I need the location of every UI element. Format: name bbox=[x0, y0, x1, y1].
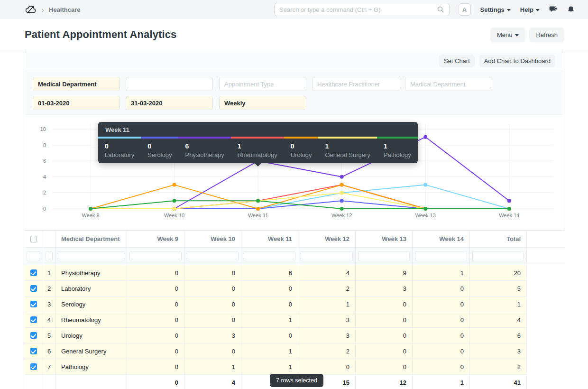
data-point[interactable] bbox=[507, 199, 511, 203]
filter-section: Medical Department Appointment Type Heal… bbox=[24, 71, 564, 115]
help-menu[interactable]: Help bbox=[520, 6, 540, 13]
totals-label-cell bbox=[55, 375, 127, 389]
from-date-filter[interactable]: 01-03-2020 bbox=[33, 96, 120, 110]
column-filter-input[interactable] bbox=[58, 251, 124, 261]
chat-icon[interactable] bbox=[549, 6, 558, 13]
column-header-week[interactable]: Week 9 bbox=[127, 231, 184, 248]
row-checkbox[interactable] bbox=[30, 332, 37, 339]
data-point[interactable] bbox=[173, 199, 176, 203]
search-input[interactable] bbox=[279, 6, 437, 13]
data-point[interactable] bbox=[423, 183, 427, 187]
department-cell[interactable]: Physiotherapy bbox=[55, 265, 127, 281]
column-header-week[interactable]: Week 10 bbox=[184, 231, 241, 248]
data-point[interactable] bbox=[340, 191, 344, 194]
data-point[interactable] bbox=[340, 183, 344, 187]
data-point[interactable] bbox=[173, 183, 176, 187]
row-checkbox[interactable] bbox=[30, 316, 37, 323]
y-axis-tick: 10 bbox=[40, 126, 46, 132]
value-cell: 3 bbox=[298, 328, 356, 343]
app-logo-icon[interactable] bbox=[25, 3, 37, 16]
column-filter-input[interactable] bbox=[301, 251, 353, 261]
column-filter-input[interactable] bbox=[244, 251, 295, 261]
data-point[interactable] bbox=[507, 207, 511, 211]
column-header-week[interactable]: Week 11 bbox=[241, 231, 298, 248]
data-point[interactable] bbox=[340, 207, 344, 211]
row-index: 4 bbox=[43, 312, 55, 328]
column-filter-input[interactable] bbox=[129, 251, 182, 261]
range-filter[interactable]: Weekly bbox=[219, 96, 306, 110]
to-date-filter[interactable]: 31-03-2020 bbox=[126, 96, 213, 110]
total-cell: 1 bbox=[470, 296, 527, 312]
y-axis-tick: 6 bbox=[43, 158, 46, 164]
value-cell: 0 bbox=[413, 312, 470, 328]
row-checkbox[interactable] bbox=[30, 348, 37, 354]
department-cell[interactable]: Rheumatology bbox=[55, 312, 127, 328]
page-title: Patient Appointment Analytics bbox=[25, 28, 176, 41]
column-header-week[interactable]: Week 12 bbox=[298, 231, 356, 248]
healthcare-practitioner-filter[interactable]: Healthcare Practitioner bbox=[312, 77, 399, 91]
data-point[interactable] bbox=[340, 199, 344, 203]
total-cell: 5 bbox=[470, 281, 527, 296]
row-checkbox[interactable] bbox=[30, 301, 37, 307]
data-point[interactable] bbox=[423, 207, 427, 211]
row-checkbox[interactable] bbox=[30, 269, 37, 276]
column-filter-input[interactable] bbox=[472, 251, 524, 261]
department-cell[interactable]: Laboratory bbox=[55, 281, 127, 296]
data-point[interactable] bbox=[173, 207, 176, 211]
column-filter-input[interactable] bbox=[46, 251, 53, 261]
menu-button[interactable]: Menu bbox=[490, 28, 526, 42]
series-line bbox=[91, 201, 509, 209]
data-point[interactable] bbox=[256, 199, 260, 203]
appointment-type-filter[interactable]: Appointment Type bbox=[219, 77, 306, 91]
data-point[interactable] bbox=[256, 207, 260, 211]
refresh-button[interactable]: Refresh bbox=[529, 28, 564, 42]
y-axis-tick: 2 bbox=[43, 190, 46, 195]
column-header-department[interactable]: Medical Department bbox=[55, 231, 127, 248]
value-cell: 1 bbox=[241, 359, 298, 375]
medical-department-filter[interactable]: Medical Department bbox=[405, 77, 492, 91]
tooltip-label: Serology bbox=[147, 151, 172, 158]
select-all-cell bbox=[24, 231, 43, 248]
column-filter-input[interactable] bbox=[415, 251, 467, 261]
column-header-week[interactable]: Week 13 bbox=[356, 231, 413, 248]
value-cell: 0 bbox=[356, 359, 413, 375]
department-cell[interactable]: Pathology bbox=[55, 359, 127, 375]
column-header-week[interactable]: Week 14 bbox=[413, 231, 470, 248]
select-all-checkbox[interactable] bbox=[30, 236, 37, 242]
department-cell[interactable]: Urology bbox=[55, 328, 127, 343]
value-cell: 1 bbox=[184, 359, 241, 375]
value-cell: 0 bbox=[127, 312, 184, 328]
row-checkbox[interactable] bbox=[30, 363, 37, 370]
column-filter-input[interactable] bbox=[187, 251, 239, 261]
value-cell: 0 bbox=[241, 296, 298, 312]
breadcrumb[interactable]: Healthcare bbox=[49, 6, 80, 13]
column-filter-input[interactable] bbox=[358, 251, 410, 261]
value-cell: 0 bbox=[127, 343, 184, 359]
avatar[interactable]: A bbox=[459, 3, 471, 16]
set-chart-button[interactable]: Set Chart bbox=[439, 55, 475, 67]
totals-value-cell: 12 bbox=[356, 375, 413, 389]
value-cell: 0 bbox=[356, 328, 413, 343]
value-cell: 0 bbox=[298, 359, 356, 375]
value-cell: 0 bbox=[184, 265, 241, 281]
settings-menu[interactable]: Settings bbox=[480, 6, 511, 13]
value-cell: 0 bbox=[127, 359, 184, 375]
column-filter-input[interactable] bbox=[27, 251, 40, 261]
add-chart-to-dashboard-button[interactable]: Add Chart to Dashboard bbox=[479, 55, 555, 67]
department-cell[interactable]: General Surgery bbox=[55, 343, 127, 359]
report-card: Set Chart Add Chart to Dashboard Medical… bbox=[24, 51, 564, 389]
department-cell[interactable]: Serology bbox=[55, 296, 127, 312]
row-select-cell bbox=[24, 265, 43, 281]
data-point[interactable] bbox=[340, 175, 344, 179]
tooltip-label: General Surgery bbox=[325, 151, 370, 158]
empty-filter[interactable] bbox=[126, 77, 213, 91]
notifications-bell-icon[interactable] bbox=[567, 6, 575, 14]
tree-type-filter[interactable]: Medical Department bbox=[33, 77, 120, 91]
column-header-total[interactable]: Total bbox=[470, 231, 527, 248]
tooltip-pointer bbox=[255, 163, 261, 167]
filter-cell bbox=[43, 248, 55, 265]
data-point[interactable] bbox=[423, 135, 427, 139]
row-checkbox[interactable] bbox=[30, 285, 37, 292]
data-point[interactable] bbox=[89, 207, 92, 211]
global-search[interactable] bbox=[274, 3, 450, 16]
